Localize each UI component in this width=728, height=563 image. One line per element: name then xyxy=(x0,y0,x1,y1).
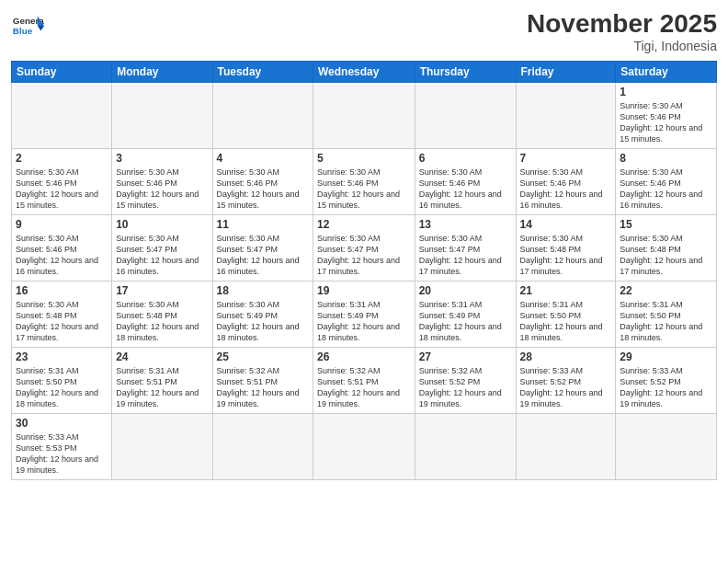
header-tuesday: Tuesday xyxy=(212,62,313,83)
day-info: Sunrise: 5:31 AM Sunset: 5:50 PM Dayligh… xyxy=(520,299,612,344)
page-header: General Blue November 2025 Tigi, Indones… xyxy=(11,9,717,53)
title-block: November 2025 Tigi, Indonesia xyxy=(527,9,717,53)
day-number: 13 xyxy=(419,218,512,231)
day-number: 3 xyxy=(116,152,208,165)
calendar-table: Sunday Monday Tuesday Wednesday Thursday… xyxy=(11,61,717,480)
calendar-day: 2Sunrise: 5:30 AM Sunset: 5:46 PM Daylig… xyxy=(12,149,112,215)
day-number: 10 xyxy=(116,218,208,231)
calendar-day: 4Sunrise: 5:30 AM Sunset: 5:46 PM Daylig… xyxy=(212,149,313,215)
calendar-day xyxy=(212,414,313,480)
day-number: 19 xyxy=(317,284,411,297)
day-number: 5 xyxy=(317,152,411,165)
calendar-day: 20Sunrise: 5:31 AM Sunset: 5:49 PM Dayli… xyxy=(415,282,516,348)
day-number: 21 xyxy=(520,284,612,297)
day-info: Sunrise: 5:31 AM Sunset: 5:51 PM Dayligh… xyxy=(116,365,208,410)
day-number: 2 xyxy=(16,152,108,165)
calendar-day xyxy=(616,414,717,480)
calendar-day: 5Sunrise: 5:30 AM Sunset: 5:46 PM Daylig… xyxy=(313,149,415,215)
logo: General Blue xyxy=(11,9,44,42)
day-info: Sunrise: 5:30 AM Sunset: 5:46 PM Dayligh… xyxy=(16,167,108,212)
weekday-header-row: Sunday Monday Tuesday Wednesday Thursday… xyxy=(12,62,717,83)
calendar-day: 22Sunrise: 5:31 AM Sunset: 5:50 PM Dayli… xyxy=(616,282,717,348)
day-number: 22 xyxy=(620,284,712,297)
calendar-day: 15Sunrise: 5:30 AM Sunset: 5:48 PM Dayli… xyxy=(616,215,717,282)
day-number: 25 xyxy=(217,350,309,363)
calendar-day xyxy=(415,414,516,480)
day-number: 9 xyxy=(16,218,108,231)
day-info: Sunrise: 5:32 AM Sunset: 5:52 PM Dayligh… xyxy=(419,365,512,410)
calendar-day: 13Sunrise: 5:30 AM Sunset: 5:47 PM Dayli… xyxy=(415,215,516,282)
calendar-day: 3Sunrise: 5:30 AM Sunset: 5:46 PM Daylig… xyxy=(112,149,212,215)
day-info: Sunrise: 5:30 AM Sunset: 5:46 PM Dayligh… xyxy=(217,167,309,212)
calendar-day: 30Sunrise: 5:33 AM Sunset: 5:53 PM Dayli… xyxy=(12,414,112,480)
calendar-day: 19Sunrise: 5:31 AM Sunset: 5:49 PM Dayli… xyxy=(313,282,415,348)
calendar-day: 23Sunrise: 5:31 AM Sunset: 5:50 PM Dayli… xyxy=(12,348,112,414)
day-number: 18 xyxy=(217,284,309,297)
calendar-day: 27Sunrise: 5:32 AM Sunset: 5:52 PM Dayli… xyxy=(415,348,516,414)
calendar-day: 26Sunrise: 5:32 AM Sunset: 5:51 PM Dayli… xyxy=(313,348,415,414)
calendar-day xyxy=(12,83,112,149)
day-info: Sunrise: 5:30 AM Sunset: 5:46 PM Dayligh… xyxy=(116,167,208,212)
day-info: Sunrise: 5:30 AM Sunset: 5:46 PM Dayligh… xyxy=(317,167,411,212)
day-info: Sunrise: 5:30 AM Sunset: 5:46 PM Dayligh… xyxy=(16,233,108,278)
day-number: 7 xyxy=(520,152,612,165)
calendar-day: 17Sunrise: 5:30 AM Sunset: 5:48 PM Dayli… xyxy=(112,282,212,348)
calendar-day: 29Sunrise: 5:33 AM Sunset: 5:52 PM Dayli… xyxy=(616,348,717,414)
calendar-day xyxy=(212,83,313,149)
day-info: Sunrise: 5:30 AM Sunset: 5:47 PM Dayligh… xyxy=(419,233,512,278)
day-number: 1 xyxy=(620,86,712,98)
header-thursday: Thursday xyxy=(415,62,516,83)
day-number: 26 xyxy=(317,350,411,363)
calendar-day: 24Sunrise: 5:31 AM Sunset: 5:51 PM Dayli… xyxy=(112,348,212,414)
day-number: 15 xyxy=(620,218,712,231)
day-info: Sunrise: 5:30 AM Sunset: 5:46 PM Dayligh… xyxy=(620,167,712,212)
calendar-day: 25Sunrise: 5:32 AM Sunset: 5:51 PM Dayli… xyxy=(212,348,313,414)
day-info: Sunrise: 5:30 AM Sunset: 5:48 PM Dayligh… xyxy=(620,233,712,278)
day-number: 27 xyxy=(419,350,512,363)
calendar-day: 21Sunrise: 5:31 AM Sunset: 5:50 PM Dayli… xyxy=(516,282,616,348)
calendar-day: 9Sunrise: 5:30 AM Sunset: 5:46 PM Daylig… xyxy=(12,215,112,282)
day-number: 17 xyxy=(116,284,208,297)
day-number: 4 xyxy=(217,152,309,165)
day-number: 12 xyxy=(317,218,411,231)
calendar-day: 14Sunrise: 5:30 AM Sunset: 5:48 PM Dayli… xyxy=(516,215,616,282)
day-number: 11 xyxy=(217,218,309,231)
header-monday: Monday xyxy=(112,62,212,83)
calendar-day: 10Sunrise: 5:30 AM Sunset: 5:47 PM Dayli… xyxy=(112,215,212,282)
svg-text:Blue: Blue xyxy=(13,26,33,36)
day-number: 29 xyxy=(620,350,712,363)
calendar-day: 16Sunrise: 5:30 AM Sunset: 5:48 PM Dayli… xyxy=(12,282,112,348)
day-number: 8 xyxy=(620,152,712,165)
day-number: 24 xyxy=(116,350,208,363)
svg-marker-3 xyxy=(38,26,44,30)
header-sunday: Sunday xyxy=(12,62,112,83)
calendar-day: 8Sunrise: 5:30 AM Sunset: 5:46 PM Daylig… xyxy=(616,149,717,215)
day-number: 16 xyxy=(16,284,108,297)
day-number: 30 xyxy=(16,417,108,430)
day-info: Sunrise: 5:32 AM Sunset: 5:51 PM Dayligh… xyxy=(217,365,309,410)
day-info: Sunrise: 5:30 AM Sunset: 5:47 PM Dayligh… xyxy=(317,233,411,278)
header-wednesday: Wednesday xyxy=(313,62,415,83)
day-info: Sunrise: 5:30 AM Sunset: 5:48 PM Dayligh… xyxy=(520,233,612,278)
day-info: Sunrise: 5:31 AM Sunset: 5:49 PM Dayligh… xyxy=(419,299,512,344)
day-number: 20 xyxy=(419,284,512,297)
day-number: 23 xyxy=(16,350,108,363)
day-info: Sunrise: 5:30 AM Sunset: 5:46 PM Dayligh… xyxy=(520,167,612,212)
calendar-day: 12Sunrise: 5:30 AM Sunset: 5:47 PM Dayli… xyxy=(313,215,415,282)
calendar-day: 7Sunrise: 5:30 AM Sunset: 5:46 PM Daylig… xyxy=(516,149,616,215)
day-info: Sunrise: 5:30 AM Sunset: 5:46 PM Dayligh… xyxy=(419,167,512,212)
day-info: Sunrise: 5:33 AM Sunset: 5:53 PM Dayligh… xyxy=(16,431,108,477)
calendar-day: 18Sunrise: 5:30 AM Sunset: 5:49 PM Dayli… xyxy=(212,282,313,348)
header-friday: Friday xyxy=(516,62,616,83)
calendar-day xyxy=(313,414,415,480)
calendar-day: 28Sunrise: 5:33 AM Sunset: 5:52 PM Dayli… xyxy=(516,348,616,414)
month-title: November 2025 xyxy=(527,9,717,39)
location: Tigi, Indonesia xyxy=(527,39,717,53)
calendar-day xyxy=(313,83,415,149)
calendar-day xyxy=(516,83,616,149)
calendar-day: 11Sunrise: 5:30 AM Sunset: 5:47 PM Dayli… xyxy=(212,215,313,282)
calendar-day: 1Sunrise: 5:30 AM Sunset: 5:46 PM Daylig… xyxy=(616,83,717,149)
header-saturday: Saturday xyxy=(616,62,717,83)
day-number: 28 xyxy=(520,350,612,363)
logo-icon: General Blue xyxy=(11,9,44,42)
